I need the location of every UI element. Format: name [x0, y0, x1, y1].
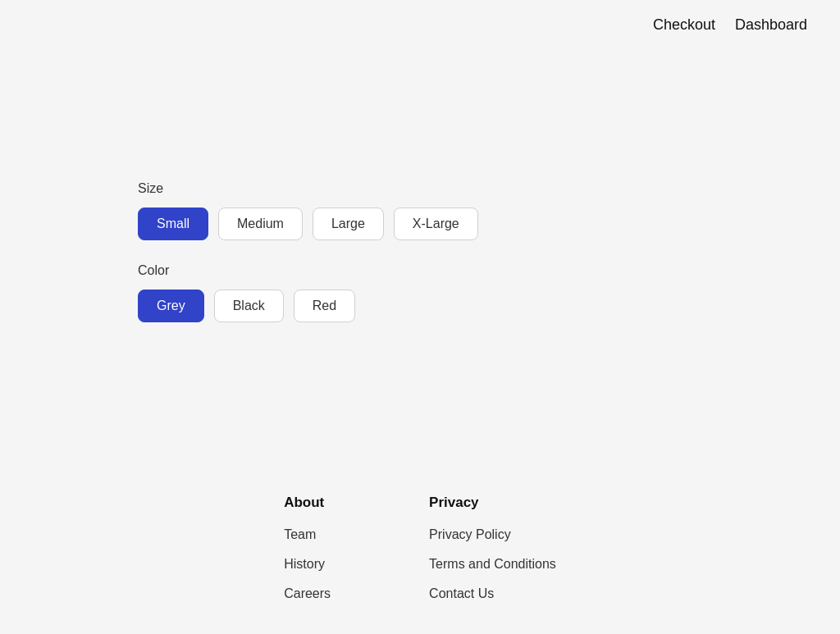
footer-contact-link[interactable]: Contact Us	[429, 586, 556, 601]
footer: About Team History Careers Privacy Priva…	[0, 462, 840, 634]
checkout-link[interactable]: Checkout	[653, 16, 715, 34]
color-options: Grey Black Red	[138, 290, 840, 322]
color-black-button[interactable]: Black	[214, 290, 284, 322]
footer-team-link[interactable]: Team	[284, 527, 331, 542]
dashboard-link[interactable]: Dashboard	[735, 16, 807, 34]
color-section: Color Grey Black Red	[138, 263, 840, 322]
size-large-button[interactable]: Large	[313, 208, 384, 240]
footer-about-heading: About	[284, 495, 331, 511]
size-label: Size	[138, 181, 840, 196]
footer-privacy-policy-link[interactable]: Privacy Policy	[429, 527, 556, 542]
main-content: Size Small Medium Large X-Large Color Gr…	[0, 50, 840, 322]
footer-privacy-column: Privacy Privacy Policy Terms and Conditi…	[429, 495, 556, 601]
size-options: Small Medium Large X-Large	[138, 208, 840, 240]
footer-privacy-heading: Privacy	[429, 495, 556, 511]
size-xlarge-button[interactable]: X-Large	[394, 208, 478, 240]
size-medium-button[interactable]: Medium	[218, 208, 303, 240]
footer-careers-link[interactable]: Careers	[284, 586, 331, 601]
color-red-button[interactable]: Red	[294, 290, 355, 322]
footer-about-column: About Team History Careers	[284, 495, 331, 601]
color-grey-button[interactable]: Grey	[138, 290, 204, 322]
color-label: Color	[138, 263, 840, 278]
size-section: Size Small Medium Large X-Large	[138, 181, 840, 240]
footer-terms-link[interactable]: Terms and Conditions	[429, 557, 556, 572]
footer-history-link[interactable]: History	[284, 557, 331, 572]
size-small-button[interactable]: Small	[138, 208, 208, 240]
header: Checkout Dashboard	[0, 0, 840, 50]
